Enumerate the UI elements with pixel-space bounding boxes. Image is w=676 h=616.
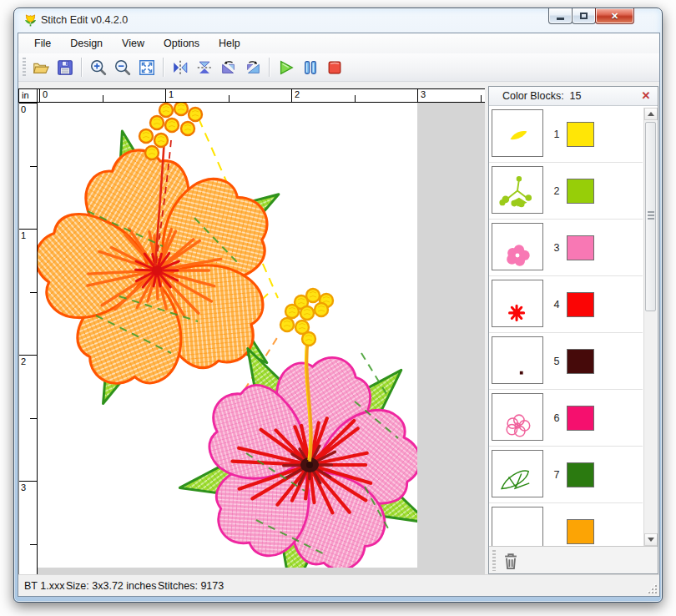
- zoom-in-icon: [89, 58, 108, 77]
- scroll-down-arrow[interactable]: [644, 533, 658, 546]
- toolbar-separator: [163, 58, 164, 77]
- zoom-in-button[interactable]: [87, 56, 109, 78]
- status-file-format: BT 1.xxx: [24, 580, 64, 592]
- color-block-row[interactable]: 5: [489, 333, 643, 390]
- vertical-ruler: 0 1 2 3: [18, 103, 38, 574]
- panel-scrollbar[interactable]: [643, 108, 657, 546]
- color-block-row[interactable]: 6: [489, 390, 643, 447]
- color-blocks-panel: Color Blocks: 15 ✕ 1 2 3: [488, 86, 658, 574]
- rotate-right-icon: [244, 58, 262, 77]
- ruler-tick: [39, 89, 40, 103]
- rotate-left-button[interactable]: [217, 56, 240, 78]
- color-blocks-header[interactable]: Color Blocks: 15 ✕: [489, 87, 658, 106]
- color-block-list: 1 2 3 4 5 6: [489, 106, 643, 546]
- open-button[interactable]: [29, 56, 52, 78]
- play-button[interactable]: [275, 56, 297, 78]
- ruler-half-tick: [30, 166, 37, 167]
- close-icon: ✕: [611, 12, 618, 21]
- maximize-icon: [580, 13, 588, 19]
- close-button[interactable]: ✕: [595, 8, 634, 24]
- ruler-label: 1: [169, 89, 174, 99]
- ruler-label: 2: [295, 89, 300, 99]
- titlebar[interactable]: Stitch Edit v0.4.2.0 ✕: [14, 8, 662, 33]
- window-title: Stitch Edit v0.4.2.0: [41, 14, 128, 26]
- triangle-up-icon: [648, 112, 654, 116]
- flip-horizontal-button[interactable]: [169, 56, 191, 78]
- fit-to-window-icon: [138, 58, 156, 77]
- save-button[interactable]: [53, 56, 76, 78]
- block-number: 2: [547, 163, 566, 220]
- canvas-viewport[interactable]: [38, 103, 485, 574]
- stop-button[interactable]: [323, 56, 346, 78]
- footer-grip[interactable]: [492, 550, 496, 571]
- zoom-out-icon: [114, 58, 132, 77]
- flip-vertical-button[interactable]: [193, 56, 215, 78]
- block-color-swatch[interactable]: [567, 462, 594, 487]
- block-thumbnail-dark-dot: [492, 336, 543, 384]
- ruler-tick: [165, 89, 166, 103]
- resize-grip[interactable]: [646, 583, 657, 593]
- trash-icon: [502, 551, 520, 571]
- toolbar: [18, 53, 659, 82]
- block-color-swatch[interactable]: [567, 122, 594, 147]
- block-color-swatch[interactable]: [567, 179, 594, 204]
- block-thumbnail-pink-flower-outline: [492, 393, 543, 441]
- block-thumbnail-blank: [492, 507, 543, 546]
- color-block-row[interactable]: 1: [489, 106, 643, 163]
- toolbar-separator: [81, 58, 82, 77]
- window-controls: ✕: [548, 8, 634, 24]
- color-block-row[interactable]: 7: [489, 447, 643, 503]
- ruler-label: 1: [21, 230, 26, 240]
- zoom-fit-button[interactable]: [135, 56, 158, 78]
- ruler-tick: [417, 89, 418, 103]
- block-thumbnail-pink-flower-solid: [492, 223, 543, 270]
- block-thumbnail-red-burst: [492, 280, 543, 327]
- block-color-swatch[interactable]: [567, 406, 594, 431]
- color-block-row[interactable]: 3: [489, 220, 643, 276]
- scrollbar-thumb[interactable]: [645, 122, 656, 311]
- menu-item-view[interactable]: View: [114, 35, 152, 52]
- triangle-down-icon: [648, 538, 654, 542]
- panel-footer-toolbar: [489, 546, 658, 573]
- block-color-swatch[interactable]: [567, 235, 594, 260]
- ruler-tick: [19, 229, 38, 230]
- toolbar-grip[interactable]: [23, 58, 26, 78]
- menu-item-design[interactable]: Design: [63, 35, 110, 52]
- ruler-label: 3: [21, 482, 26, 492]
- status-stitch-count: Stitches: 9173: [158, 580, 224, 592]
- design-canvas[interactable]: [38, 103, 417, 568]
- ruler-tick: [19, 481, 38, 482]
- maximize-button[interactable]: [572, 8, 596, 24]
- color-block-row[interactable]: 2: [489, 163, 643, 220]
- delete-block-button[interactable]: [499, 548, 522, 573]
- minimize-icon: [557, 18, 564, 20]
- ruler-label: 2: [21, 356, 26, 366]
- pause-button[interactable]: [299, 56, 321, 78]
- color-block-row[interactable]: [489, 503, 643, 546]
- block-color-swatch[interactable]: [567, 349, 594, 374]
- ruler-unit-label: in: [18, 88, 38, 103]
- block-color-swatch[interactable]: [567, 519, 594, 544]
- ruler-half-tick: [30, 418, 37, 419]
- rotate-right-button[interactable]: [241, 56, 264, 78]
- block-number: 7: [547, 447, 566, 503]
- ruler-half-tick: [355, 95, 356, 102]
- menu-item-file[interactable]: File: [27, 35, 58, 52]
- panel-title: Color Blocks: 15: [502, 90, 582, 102]
- ruler-tick: [19, 355, 38, 356]
- block-color-swatch[interactable]: [567, 292, 594, 317]
- color-block-row[interactable]: 4: [489, 276, 643, 333]
- statusbar: BT 1.xxx Size: 3x3.72 inches Stitches: 9…: [18, 574, 659, 596]
- block-thumbnail-yellow-wisp: [492, 109, 543, 157]
- horizontal-ruler: 0 1 2 3: [38, 88, 485, 103]
- rotate-left-icon: [219, 58, 238, 77]
- block-number: [547, 503, 566, 546]
- panel-close-x-icon[interactable]: ✕: [639, 89, 653, 103]
- zoom-out-button[interactable]: [111, 56, 134, 78]
- flip-vertical-icon: [195, 58, 214, 77]
- minimize-button[interactable]: [548, 8, 573, 24]
- block-thumbnail-green-sprig: [492, 166, 543, 214]
- menu-item-help[interactable]: Help: [211, 35, 248, 52]
- menu-item-options[interactable]: Options: [156, 35, 207, 52]
- scroll-up-arrow[interactable]: [644, 108, 658, 120]
